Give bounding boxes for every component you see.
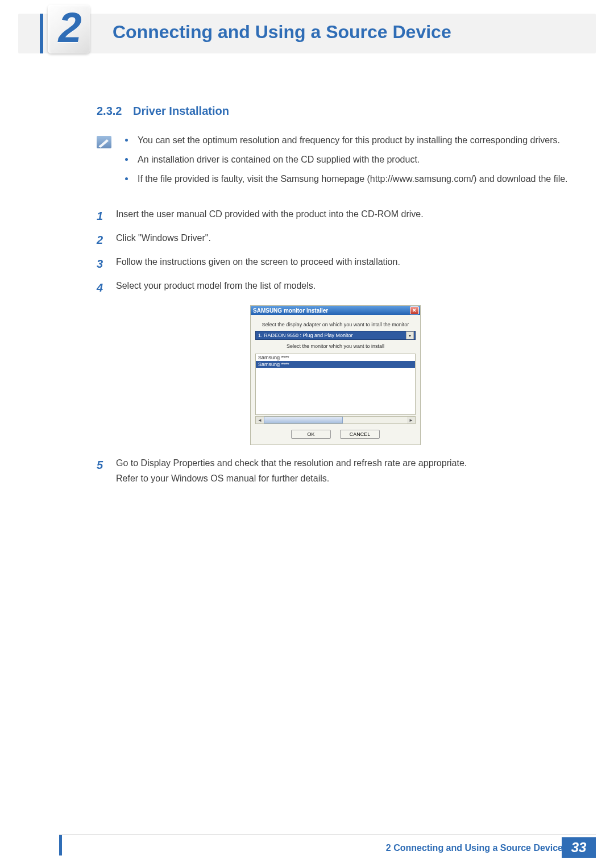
step-number: 1 [97, 206, 107, 226]
note-item: An installation driver is contained on t… [125, 153, 568, 167]
installer-dialog: SAMSUNG monitor installer ✕ Select the d… [250, 305, 421, 445]
page-number: 33 [562, 837, 596, 858]
section-title: Driver Installation [133, 105, 229, 118]
step-line: Refer to your Windows OS manual for furt… [116, 474, 329, 483]
note-block: You can set the optimum resolution and f… [97, 134, 574, 192]
dialog-titlebar: SAMSUNG monitor installer ✕ [251, 306, 420, 315]
content: 2.3.2 Driver Installation You can set th… [97, 105, 574, 491]
scroll-track[interactable] [264, 417, 407, 423]
note-list: You can set the optimum resolution and f… [125, 134, 568, 192]
footer-text: 2 Connecting and Using a Source Device [386, 843, 563, 853]
adapter-select[interactable]: 1. RADEON 9550 : Plug and Play Monitor ▾ [255, 331, 416, 340]
footer-divider [59, 834, 596, 835]
ok-button[interactable]: OK [291, 430, 331, 439]
step-text: Follow the instructions given on the scr… [116, 254, 574, 273]
adapter-selected: 1. RADEON 9550 : Plug and Play Monitor [258, 333, 406, 338]
note-item: You can set the optimum resolution and f… [125, 134, 568, 147]
step: 3 Follow the instructions given on the s… [97, 254, 574, 273]
dialog-instruction: Select the display adapter on which you … [255, 318, 416, 331]
steps-list: 1 Insert the user manual CD provided wit… [97, 206, 574, 297]
chapter-title: Connecting and Using a Source Device [113, 22, 451, 43]
step-text: Go to Display Properties and check that … [116, 455, 574, 486]
step-number: 4 [97, 278, 107, 297]
note-item: If the file provided is faulty, visit th… [125, 172, 568, 186]
step-text: Click "Windows Driver". [116, 230, 574, 250]
step: 1 Insert the user manual CD provided wit… [97, 206, 574, 226]
horizontal-scrollbar[interactable]: ◄ ► [255, 416, 416, 424]
header-accent [40, 14, 43, 53]
step-text: Select your product model from the list … [116, 278, 574, 297]
list-item[interactable]: Samsung **** [256, 354, 415, 361]
dialog-body: Select the display adapter on which you … [251, 315, 420, 445]
dialog-title-text: SAMSUNG monitor installer [253, 308, 410, 314]
note-text: If the file provided is faulty, visit th… [138, 174, 568, 184]
close-icon[interactable]: ✕ [410, 306, 419, 314]
note-icon [97, 136, 111, 148]
step-text: Insert the user manual CD provided with … [116, 206, 574, 226]
step: 5 Go to Display Properties and check tha… [97, 455, 574, 486]
dialog-instruction: Select the monitor which you want to ins… [255, 340, 416, 352]
step-number: 2 [97, 230, 107, 250]
scroll-thumb[interactable] [264, 417, 343, 423]
chapter-number: 2 [58, 7, 79, 49]
note-text: An installation driver is contained on t… [138, 155, 420, 164]
dialog-buttons: OK CANCEL [255, 430, 416, 439]
cancel-button[interactable]: CANCEL [340, 430, 380, 439]
note-text: You can set the optimum resolution and f… [138, 135, 560, 145]
step-line: Go to Display Properties and check that … [116, 458, 467, 468]
steps-list: 5 Go to Display Properties and check tha… [97, 455, 574, 486]
footer-accent [59, 835, 62, 855]
list-item[interactable]: Samsung **** [256, 361, 415, 368]
step-number: 5 [97, 455, 107, 486]
section-heading: 2.3.2 Driver Installation [97, 105, 574, 118]
step: 4 Select your product model from the lis… [97, 278, 574, 297]
installer-figure: SAMSUNG monitor installer ✕ Select the d… [97, 305, 574, 445]
monitor-list[interactable]: Samsung **** Samsung **** [255, 354, 416, 415]
scroll-right-icon[interactable]: ► [407, 417, 415, 423]
scroll-left-icon[interactable]: ◄ [256, 417, 264, 423]
step: 2 Click "Windows Driver". [97, 230, 574, 250]
chapter-badge: 2 [48, 5, 90, 53]
step-number: 3 [97, 254, 107, 273]
section-number: 2.3.2 [97, 105, 133, 118]
chevron-down-icon[interactable]: ▾ [406, 331, 414, 339]
